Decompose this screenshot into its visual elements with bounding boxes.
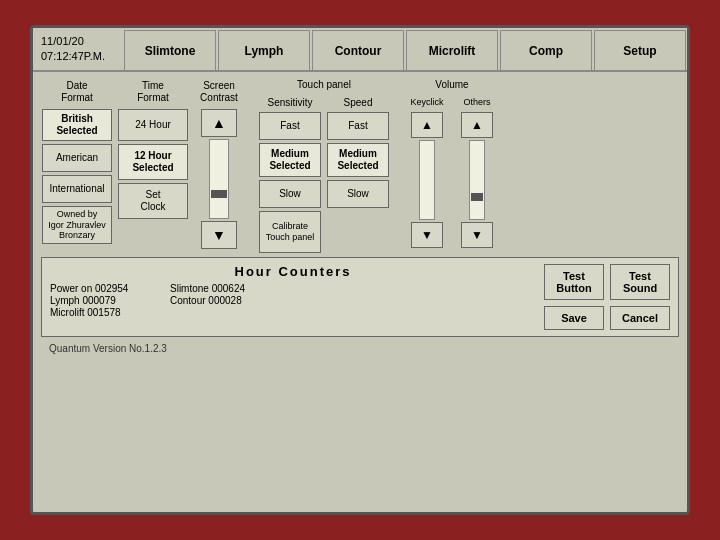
btn-24hour[interactable]: 24 Hour (118, 109, 188, 141)
hour-counters-left: Hour Counters Power on 002954 Slimtone 0… (50, 264, 536, 330)
hc-contour: Contour 000028 (170, 295, 270, 306)
save-btn[interactable]: Save (544, 306, 604, 330)
hour-counters-right: TestButton TestSound Save Cancel (544, 264, 670, 330)
btn-british[interactable]: BritishSelected (42, 109, 112, 141)
tab-comp[interactable]: Comp (500, 30, 592, 70)
btn-american[interactable]: American (42, 144, 112, 172)
others-down-btn[interactable]: ▼ (461, 222, 493, 248)
settings-row: DateFormat BritishSelected American Inte… (41, 78, 679, 253)
hc-poweron: Power on 002954 (50, 283, 150, 294)
time-format-group: TimeFormat 24 Hour 12 HourSelected SetCl… (117, 78, 189, 219)
datetime-display: 11/01/20 07:12:47P.M. (33, 28, 123, 70)
keyclick-group: Keyclick ▲ ▼ (404, 95, 450, 248)
date-display: 11/01/20 (41, 34, 105, 49)
date-format-header: DateFormat (61, 78, 93, 106)
test-buttons-row: TestButton TestSound (544, 264, 670, 300)
hour-counters-panel: Hour Counters Power on 002954 Slimtone 0… (41, 257, 679, 337)
keyclick-header: Keyclick (410, 95, 443, 109)
time-display: 07:12:47P.M. (41, 49, 105, 64)
volume-subgroups: Keyclick ▲ ▼ Others ▲ (404, 95, 500, 248)
speed-fast[interactable]: Fast (327, 112, 389, 140)
keyclick-track (419, 140, 435, 220)
tab-contour[interactable]: Contour (312, 30, 404, 70)
hc-lymph: Lymph 000079 (50, 295, 150, 306)
btn-setclock[interactable]: SetClock (118, 183, 188, 219)
others-group: Others ▲ ▼ (454, 95, 500, 248)
keyclick-up-btn[interactable]: ▲ (411, 112, 443, 138)
contrast-down-btn[interactable]: ▼ (201, 221, 237, 249)
nav-tabs: Slimtone Lymph Contour Microlift Comp Se… (123, 28, 687, 70)
btn-owned: Owned byIgor Zhuravlev Bronzary (42, 206, 112, 244)
hc-microlift: Microlift 001578 (50, 307, 150, 318)
save-cancel-row: Save Cancel (544, 306, 670, 330)
others-track (469, 140, 485, 220)
version-text: Quantum Version No.1.2.3 (49, 343, 167, 354)
tab-lymph[interactable]: Lymph (218, 30, 310, 70)
hc-row-3: Microlift 001578 (50, 307, 536, 318)
test-sound-btn[interactable]: TestSound (610, 264, 670, 300)
calibrate-btn[interactable]: CalibrateTouch panel (259, 211, 321, 253)
touch-panel-header: Touch panel (259, 78, 389, 92)
contrast-up-btn[interactable]: ▲ (201, 109, 237, 137)
hour-counters-rows: Power on 002954 Slimtone 000624 Lymph 00… (50, 283, 536, 318)
touch-panel-group: Touch panel Sensitivity Fast MediumSelec… (258, 78, 390, 253)
tab-setup[interactable]: Setup (594, 30, 686, 70)
tab-slimtone[interactable]: Slimtone (124, 30, 216, 70)
speed-group: Speed Fast MediumSelected Slow (326, 95, 390, 253)
speed-header: Speed (344, 95, 373, 109)
hc-slimtone: Slimtone 000624 (170, 283, 270, 294)
sensitivity-header: Sensitivity (267, 95, 312, 109)
version-bar: Quantum Version No.1.2.3 (41, 341, 679, 356)
contrast-thumb (211, 190, 227, 198)
screen-contrast-header: ScreenContrast (200, 78, 238, 106)
sensitivity-group: Sensitivity Fast MediumSelected Slow Cal… (258, 95, 322, 253)
others-thumb (471, 193, 483, 201)
contrast-track (209, 139, 229, 219)
time-format-header: TimeFormat (137, 78, 169, 106)
main-content: DateFormat BritishSelected American Inte… (33, 72, 687, 512)
speed-slow[interactable]: Slow (327, 180, 389, 208)
hc-row-1: Power on 002954 Slimtone 000624 (50, 283, 536, 294)
cancel-btn[interactable]: Cancel (610, 306, 670, 330)
top-bar: 11/01/20 07:12:47P.M. Slimtone Lymph Con… (33, 28, 687, 72)
hour-counters-title: Hour Counters (50, 264, 536, 279)
sensitivity-fast[interactable]: Fast (259, 112, 321, 140)
others-up-btn[interactable]: ▲ (461, 112, 493, 138)
screen-contrast-group: ScreenContrast ▲ ▼ (193, 78, 245, 249)
tab-microlift[interactable]: Microlift (406, 30, 498, 70)
keyclick-slider: ▲ ▼ (411, 112, 443, 248)
btn-international[interactable]: International (42, 175, 112, 203)
volume-header: Volume (403, 78, 501, 92)
sensitivity-medium[interactable]: MediumSelected (259, 143, 321, 177)
btn-12hour[interactable]: 12 HourSelected (118, 144, 188, 180)
others-header: Others (463, 95, 490, 109)
contrast-slider-container: ▲ ▼ (201, 109, 237, 249)
keyclick-down-btn[interactable]: ▼ (411, 222, 443, 248)
hc-row-2: Lymph 000079 Contour 000028 (50, 295, 536, 306)
sensitivity-slow[interactable]: Slow (259, 180, 321, 208)
touch-subgroups: Sensitivity Fast MediumSelected Slow Cal… (258, 95, 390, 253)
others-slider: ▲ ▼ (461, 112, 493, 248)
date-format-group: DateFormat BritishSelected American Inte… (41, 78, 113, 244)
test-button-btn[interactable]: TestButton (544, 264, 604, 300)
main-screen: 11/01/20 07:12:47P.M. Slimtone Lymph Con… (30, 25, 690, 515)
speed-medium[interactable]: MediumSelected (327, 143, 389, 177)
volume-group: Volume Keyclick ▲ ▼ Others (403, 78, 501, 248)
